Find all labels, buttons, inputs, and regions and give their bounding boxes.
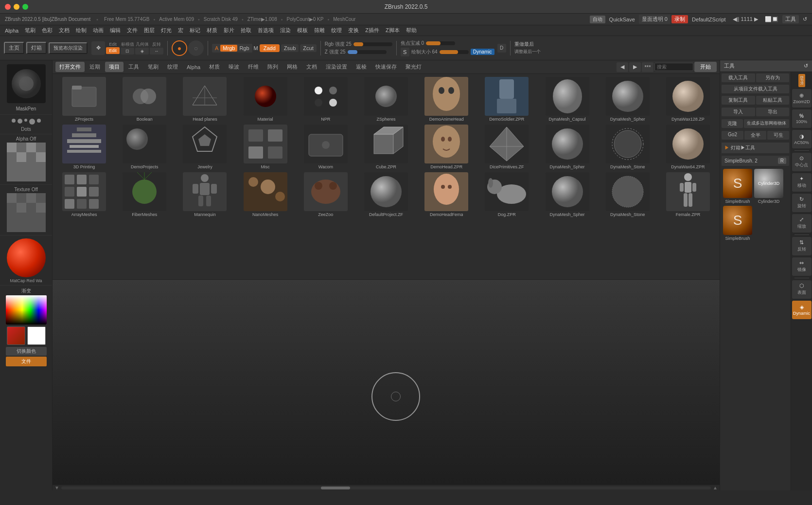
home-btn[interactable]: 主页 [4,42,24,54]
close-button[interactable] [5,4,11,10]
tab-noise[interactable]: 噪波 [225,62,243,72]
menu-draw[interactable]: 绘制 [73,26,89,35]
rotate-btn[interactable]: ↻ 旋转 [792,194,812,212]
alpha-section[interactable]: Alpha Off [0,134,52,185]
project-jewelry[interactable]: Jewelry [175,124,234,170]
project-3d-printing[interactable]: 3D Printing [54,124,114,170]
tab-render-settings[interactable]: 渲染设置 [322,62,351,72]
transparency-btn[interactable]: 显面透明 0 [639,15,671,24]
texture-section[interactable]: Texture Off [0,185,52,235]
project-boolean[interactable]: Boolean [115,76,174,123]
default-script-btn[interactable]: DefaultZScript [689,16,729,23]
menu-alpha[interactable]: Alpha [2,27,21,35]
menu-edit[interactable]: 编辑 [107,26,124,35]
tab-material[interactable]: 材质 [205,62,224,72]
menu-doc[interactable]: 文档 [56,26,72,35]
project-cube[interactable]: Cube.ZPR [356,124,416,170]
lightbox-btn[interactable]: 灯箱 [26,42,47,54]
move-btn[interactable]: ✦ 移动 [792,173,812,192]
brush-preview-s-1[interactable]: S SimpleBrush [723,169,752,204]
menu-light[interactable]: 灯光 [158,26,175,35]
menu-file[interactable]: 文件 [124,26,141,35]
subtool-label[interactable]: ▶ 灯箱▶工具 [722,143,789,153]
menu-texture[interactable]: 纹理 [328,26,345,35]
zsub-btn[interactable]: Zsub [281,44,299,52]
quick-save-btn[interactable]: QuickSave [606,16,638,23]
mrgb-btn[interactable]: Mrgb [220,45,237,52]
menu-help[interactable]: 帮助 [403,26,420,35]
menu-sculpt[interactable]: 筛雕 [311,26,328,35]
dynamic-btn[interactable]: Dynamic [471,49,494,55]
project-female[interactable]: Female.ZPR [658,171,718,218]
load-tool-btn[interactable]: 载入工具 [722,73,755,82]
go2-btn[interactable]: Go2 [722,131,743,140]
import-btn[interactable]: 导入 [722,108,755,116]
draw-circle-btn[interactable]: ○ [188,40,204,56]
tab-return[interactable]: 返棱 [352,62,371,72]
script-controls[interactable]: ◀|| 1111 ▶ [730,15,761,23]
brush-selector-row[interactable]: SimpleBrush. 2 R [722,156,789,166]
edit-btn[interactable]: Edit [106,47,120,54]
menu-marker[interactable]: 标记 [187,26,203,35]
project-misc[interactable]: Misc [236,124,295,170]
menu-zplugin[interactable]: Z插件 [362,26,382,35]
background-color[interactable] [27,326,46,345]
menu-zscript[interactable]: Z脚本 [383,26,403,35]
coverage-btn[interactable]: 克隆 [722,119,743,128]
scrollbar-track[interactable] [61,487,711,489]
menu-brush[interactable]: 笔刷 [22,26,38,35]
file-btn[interactable]: 文件 [6,357,47,366]
flip-btn[interactable]: ↔ [150,48,163,54]
zcut-btn[interactable]: Zcut [300,44,316,52]
alpha-preview[interactable] [7,143,46,181]
tab-array[interactable]: 阵列 [264,62,282,72]
project-demo-anime-head[interactable]: DemoAnimeHead [417,76,476,123]
foreground-color[interactable] [7,326,25,345]
menu-pick[interactable]: 拾取 [238,26,254,35]
mirror-btn[interactable]: ⇔ 镜像 [792,257,812,276]
tab-texture[interactable]: 纹理 [163,62,182,72]
tab-recent[interactable]: 近期 [86,62,104,72]
tool-icons[interactable]: ⬜🔲 [762,15,781,23]
available-btn[interactable]: 可生 [767,131,789,140]
refresh-btn[interactable]: ↺ [800,15,810,23]
tab-alpha[interactable]: Alpha [183,63,204,72]
tab-quicksave[interactable]: 快速保存 [371,62,401,72]
project-dog[interactable]: Dog.ZPR [477,171,536,218]
model-value-btn[interactable]: ⊡ [121,48,134,54]
brush-preview-s-2[interactable]: S SimpleBrush [723,206,752,241]
matcap-section[interactable]: MatCap Red Wa [0,235,52,286]
zoom100-btn[interactable]: % 100% [792,109,812,128]
export-btn[interactable]: 导出 [756,108,790,116]
tab-tool[interactable]: 工具 [124,62,143,72]
zadd-btn[interactable]: Zadd [260,44,280,52]
color-gradient[interactable] [6,295,47,325]
brush-mode-selector[interactable]: A Mrgb Rgb [212,44,252,53]
project-material[interactable]: Material [236,76,295,123]
tab-open-file[interactable]: 打开文件 [55,62,85,72]
menu-color[interactable]: 色彩 [39,26,55,35]
preview-render-btn[interactable]: 预览布尔渲染 [49,42,88,54]
auto-btn[interactable]: 自动 [590,16,605,23]
d-btn[interactable]: D [497,44,506,53]
menu-render[interactable]: 渲染 [277,26,294,35]
rgb-intensity-slider[interactable] [353,42,392,46]
project-demo-head-female[interactable]: DemoHeadFema [417,171,476,218]
tab-document[interactable]: 文档 [302,62,321,72]
geometry-btn[interactable]: ◈ [135,48,149,54]
dynamic-icon-btn[interactable]: ◈ Dynamic [792,301,812,319]
bottom-scrollbar[interactable]: ▼ ▲ [53,485,720,490]
right-panel-refresh[interactable]: ↺ [804,63,808,69]
menu-transform[interactable]: 变换 [345,26,362,35]
project-dyna-wax-128[interactable]: DynaWax128.ZP [658,76,718,123]
project-demo-head[interactable]: DemoHead.ZPR [417,124,476,170]
project-head-planes[interactable]: Head planes [175,76,234,123]
matcap-sphere[interactable] [7,238,46,277]
switch-color-btn[interactable]: 切换颜色 [6,347,47,356]
tab-project[interactable]: 项目 [105,62,124,72]
flip-icon-btn[interactable]: ⇅ 反转 [792,237,812,255]
tab-brush[interactable]: 笔刷 [144,62,162,72]
move-tool-btn[interactable]: ✥ [91,41,105,55]
project-mannequin[interactable]: Mannequin [175,171,234,218]
canvas-area[interactable] [53,280,720,485]
